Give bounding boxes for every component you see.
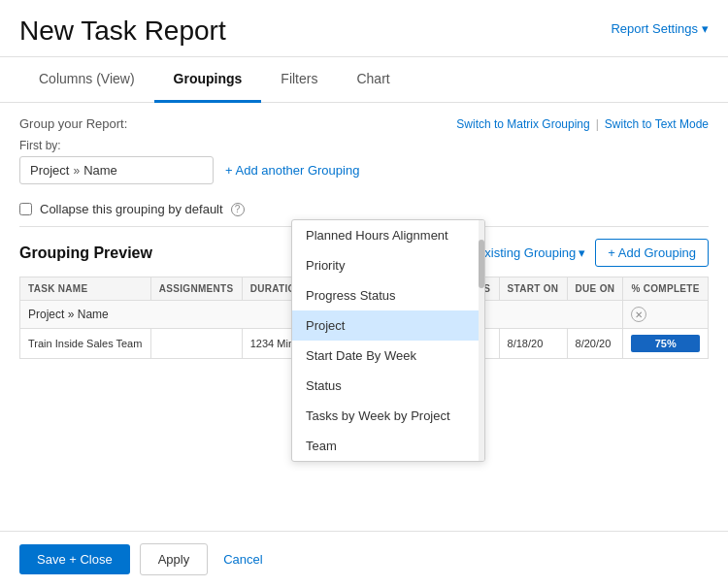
cell-start-on: 8/18/20 [499, 329, 567, 359]
cell-task-name: Train Inside Sales Team [20, 329, 151, 359]
footer: Save + Close Apply Cancel [0, 531, 728, 587]
dropdown-item-progress-status[interactable]: Progress Status [292, 280, 484, 310]
collapse-checkbox[interactable] [19, 203, 32, 215]
dropdown-item-status[interactable]: Status [292, 371, 484, 401]
col-task-name: Task Name [20, 277, 151, 301]
report-settings-link[interactable]: Report Settings ▾ [611, 21, 709, 36]
switch-matrix-link[interactable]: Switch to Matrix Grouping [456, 117, 589, 131]
first-by-label: First by: [19, 139, 709, 152]
group-controls-row: Group your Report: Switch to Matrix Grou… [19, 116, 709, 131]
dropdown-item-tasks-by-week[interactable]: Tasks by Week by Project [292, 401, 484, 431]
group-label-project: Project » Name [28, 308, 109, 321]
group-report-label: Group your Report: [19, 116, 127, 131]
col-start-on: Start On [499, 277, 567, 301]
col-assignments: Assignments [150, 277, 242, 301]
page-title: New Task Report [19, 16, 226, 47]
switch-text-link[interactable]: Switch to Text Mode [605, 117, 709, 131]
collapse-row: Collapse this grouping by default ? [19, 202, 709, 216]
add-another-grouping-link[interactable]: + Add another Grouping [225, 163, 359, 178]
add-grouping-button[interactable]: + Add Grouping [595, 239, 709, 267]
col-pct-complete: % Complete [623, 277, 709, 301]
dropdown-item-priority[interactable]: Priority [292, 250, 484, 280]
tab-groupings[interactable]: Groupings [154, 57, 262, 103]
tabs-bar: Columns (View) Groupings Filters Chart [0, 57, 728, 103]
save-close-button[interactable]: Save + Close [19, 544, 130, 574]
cell-assignments [150, 329, 242, 359]
tab-columns[interactable]: Columns (View) [19, 57, 154, 103]
selector-project: Project [30, 163, 69, 178]
dropdown-item-team[interactable]: Team [292, 431, 484, 461]
main-content: Group your Report: Switch to Matrix Grou… [0, 103, 728, 373]
dropdown-item-project[interactable]: Project [292, 310, 484, 341]
col-due-on: Due On [567, 277, 623, 301]
close-icon[interactable]: ✕ [631, 307, 646, 322]
apply-button[interactable]: Apply [140, 543, 209, 575]
grouping-row: Project » Name + Add another Grouping [19, 156, 709, 184]
preview-title: Grouping Preview [19, 245, 152, 262]
dropdown-scrollbar[interactable] [479, 220, 484, 461]
cancel-button[interactable]: Cancel [217, 544, 268, 574]
dropdown-item-planned-hours[interactable]: Planned Hours Alignment [292, 220, 484, 250]
grouping-dropdown: Planned Hours Alignment Priority Progres… [291, 219, 485, 462]
double-arrow-icon: » [73, 164, 80, 178]
dropdown-scrollbar-thumb [479, 240, 484, 288]
tab-filters[interactable]: Filters [261, 57, 337, 103]
cell-due-on: 8/20/20 [567, 329, 623, 359]
group-row-close: ✕ [623, 301, 709, 329]
matrix-links: Switch to Matrix Grouping | Switch to Te… [456, 117, 709, 131]
cell-pct-complete: 75% [623, 329, 709, 359]
progress-bar: 75% [631, 335, 700, 352]
tab-chart[interactable]: Chart [337, 57, 409, 103]
dropdown-item-start-date[interactable]: Start Date By Week [292, 341, 484, 371]
collapse-label: Collapse this grouping by default [40, 202, 223, 216]
help-icon[interactable]: ? [231, 203, 245, 216]
page-header: New Task Report Report Settings ▾ [0, 0, 728, 57]
selector-name: Name [83, 163, 117, 178]
grouping-selector[interactable]: Project » Name [19, 156, 214, 184]
